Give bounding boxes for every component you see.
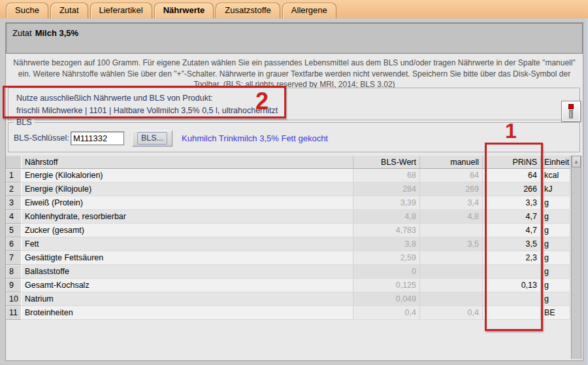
nutrient-name-cell[interactable]: Energie (Kilojoule) (22, 182, 353, 196)
table-row: 10Natrium0,049g (6, 292, 570, 306)
prins-value-cell[interactable] (483, 292, 541, 306)
manual-value-cell[interactable] (420, 265, 483, 279)
bls-value-cell[interactable]: 4,8 (353, 210, 420, 224)
info-text: Nährwerte bezogen auf 100 Gramm. Für eig… (9, 58, 580, 90)
prins-value-cell[interactable]: 64 (483, 169, 541, 182)
row-number-cell: 11 (6, 306, 22, 320)
manual-value-cell[interactable] (420, 224, 483, 237)
prins-value-cell[interactable]: 4,7 (483, 210, 541, 224)
bls-value-cell[interactable]: 3,8 (353, 237, 420, 251)
bls-key-label: BLS-Schlüssel: (14, 133, 71, 143)
nutrient-name-cell[interactable]: Fett (22, 237, 353, 251)
main-window: ZutatMilch 3,5% Nährwerte bezogen auf 10… (0, 18, 588, 365)
prins-value-cell[interactable]: 266 (483, 182, 541, 196)
prins-value-cell[interactable] (483, 306, 541, 320)
table-header-row: Nährstoff BLS-Wert manuell PRiNS Einheit (6, 156, 570, 169)
header-row-number (6, 156, 22, 169)
manual-value-cell[interactable] (420, 292, 483, 306)
unit-cell: g (541, 265, 570, 279)
nutrient-name-cell[interactable]: Natrium (22, 292, 353, 306)
tab-allergene[interactable]: Allergene (282, 3, 336, 18)
table-row: 3Eiweiß (Protein)3,393,43,3g (6, 196, 570, 210)
header-nutrient: Nährstoff (22, 156, 353, 169)
product-note-line2: frischli Milchwerke | 1101 | Haltbare Vo… (16, 105, 572, 117)
tab-suche[interactable]: Suche (6, 3, 48, 18)
manual-value-cell[interactable]: 3,5 (420, 237, 483, 251)
bls-food-description: Kuhmilch Trinkmilch 3,5% Fett gekocht (182, 133, 328, 143)
row-number-cell: 6 (6, 237, 22, 251)
manual-value-cell[interactable] (420, 251, 483, 265)
tab-naehrwerte[interactable]: Nährwerte (154, 3, 214, 18)
row-number-cell: 8 (6, 265, 22, 279)
prins-value-cell[interactable]: 3,5 (483, 237, 541, 251)
naehrwerte-page: ZutatMilch 3,5% Nährwerte bezogen auf 10… (5, 22, 583, 361)
bls-groupbox-caption: BLS (14, 118, 35, 127)
zutat-header-label: Zutat (12, 28, 32, 38)
unit-cell: g (541, 279, 570, 292)
tab-lieferartikel[interactable]: Lieferartikel (90, 3, 152, 18)
nutrient-name-cell[interactable]: Gesättigte Fettsäuren (22, 251, 353, 265)
bls-value-cell[interactable]: 4,783 (353, 224, 420, 237)
bls-value-cell[interactable]: 68 (353, 169, 420, 182)
manual-value-cell[interactable] (420, 279, 483, 292)
prins-value-cell[interactable]: 4,7 (483, 224, 541, 237)
chevron-up-icon: ▲ (574, 158, 580, 165)
unit-cell: BE (541, 306, 570, 320)
nutrients-table: Nährstoff BLS-Wert manuell PRiNS Einheit… (6, 156, 570, 320)
bls-value-cell[interactable]: 0 (353, 265, 420, 279)
bls-value-cell[interactable]: 0,049 (353, 292, 420, 306)
scroll-up-button[interactable]: ▲ (572, 156, 581, 167)
bls-value-cell[interactable]: 284 (353, 182, 420, 196)
table-scrollbar[interactable]: ▲ (571, 156, 581, 359)
nutrient-name-cell[interactable]: Kohlenhydrate, resorbierbar (22, 210, 353, 224)
nutrient-name-cell[interactable]: Gesamt-Kochsalz (22, 279, 353, 292)
header-prins: PRiNS (483, 156, 541, 169)
bls-value-cell[interactable]: 2,59 (353, 251, 420, 265)
bls-value-cell[interactable]: 0,4 (353, 306, 420, 320)
annotation-digit-1: 1 (505, 119, 517, 143)
manual-value-cell[interactable]: 4,8 (420, 210, 483, 224)
bls-row: BLS-Schlüssel: BLS... Kuhmilch Trinkmilc… (14, 130, 574, 147)
table-row: 5Zucker (gesamt)4,7834,7g (6, 224, 570, 237)
nutrient-name-cell[interactable]: Broteinheiten (22, 306, 353, 320)
table-row: 2Energie (Kilojoule)284269266kJ (6, 182, 570, 196)
nutrient-name-cell[interactable]: Ballaststoffe (22, 265, 353, 279)
row-number-cell: 3 (6, 196, 22, 210)
header-manuell: manuell (420, 156, 483, 169)
tab-zutat[interactable]: Zutat (50, 3, 88, 18)
zutat-header-value: Milch 3,5% (35, 28, 78, 38)
manual-value-cell[interactable]: 3,4 (420, 196, 483, 210)
bls-browse-button-label: BLS... (137, 132, 167, 145)
unit-cell: kJ (541, 182, 570, 196)
nutrient-name-cell[interactable]: Zucker (gesamt) (22, 224, 353, 237)
prins-value-cell[interactable]: 0,13 (483, 279, 541, 292)
bls-value-cell[interactable]: 0,125 (353, 279, 420, 292)
manual-value-cell[interactable]: 269 (420, 182, 483, 196)
table-row: 6Fett3,83,53,5g (6, 237, 570, 251)
tab-zusatzstoffe[interactable]: Zusatzstoffe (216, 3, 280, 18)
row-number-cell: 10 (6, 292, 22, 306)
manual-value-cell[interactable]: 0,4 (420, 306, 483, 320)
row-number-cell: 1 (6, 169, 22, 182)
row-number-cell: 4 (6, 210, 22, 224)
prins-value-cell[interactable]: 2,3 (483, 251, 541, 265)
tab-bar: SucheZutatLieferartikelNährwerteZusatzst… (0, 0, 588, 18)
header-bls-wert: BLS-Wert (353, 156, 420, 169)
bls-key-input[interactable] (71, 131, 124, 145)
info-icon (568, 104, 574, 109)
unit-cell: g (541, 237, 570, 251)
bls-value-cell[interactable]: 3,39 (353, 196, 420, 210)
prins-value-cell[interactable] (483, 265, 541, 279)
table-row: 1Energie (Kilokalorien)686464kcal (6, 169, 570, 182)
table-row: 4Kohlenhydrate, resorbierbar4,84,84,7g (6, 210, 570, 224)
info-button[interactable] (561, 101, 581, 122)
bls-browse-button[interactable]: BLS... (132, 130, 172, 147)
prins-value-cell[interactable]: 3,3 (483, 196, 541, 210)
unit-cell: kcal (541, 169, 570, 182)
unit-cell: g (541, 196, 570, 210)
table-row: 11Broteinheiten0,40,4BE (6, 306, 570, 320)
manual-value-cell[interactable]: 64 (420, 169, 483, 182)
nutrient-name-cell[interactable]: Energie (Kilokalorien) (22, 169, 353, 182)
header-einheit: Einheit (541, 156, 570, 169)
nutrient-name-cell[interactable]: Eiweiß (Protein) (22, 196, 353, 210)
